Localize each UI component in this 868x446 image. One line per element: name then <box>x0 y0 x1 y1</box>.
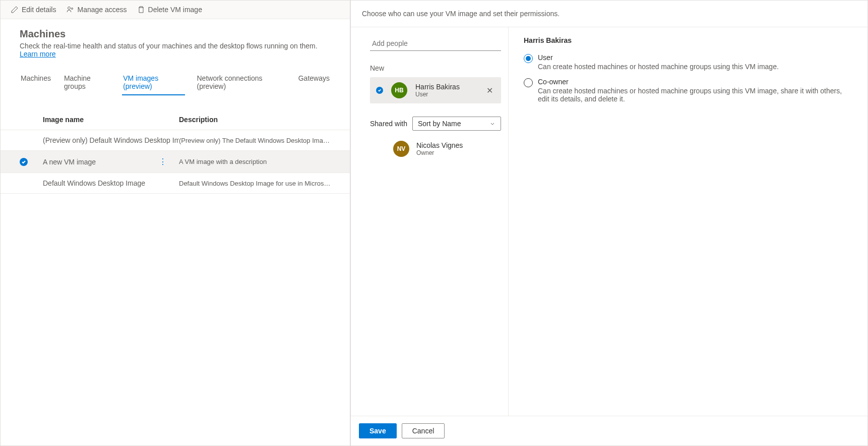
radio-description: Can create hosted machines or hosted mac… <box>538 63 779 71</box>
radio-label: Co-owner <box>538 78 852 86</box>
image-desc-cell: Default Windows Desktop Image for use in… <box>179 180 331 187</box>
sort-select[interactable]: Sort by Name <box>412 117 501 131</box>
delete-vm-label: Delete VM image <box>148 6 202 14</box>
remove-person-icon[interactable]: ✕ <box>484 84 495 97</box>
tab-machine-groups[interactable]: Machine groups <box>63 70 111 95</box>
cancel-button[interactable]: Cancel <box>402 423 445 438</box>
tab-network-connections[interactable]: Network connections (preview) <box>196 70 286 95</box>
delete-vm-button[interactable]: Delete VM image <box>137 6 202 14</box>
permission-option-user[interactable]: User Can create hosted machines or hoste… <box>524 53 852 71</box>
image-name-cell: A new VM image <box>43 158 96 166</box>
person-role: User <box>415 91 476 98</box>
person-role: Owner <box>416 149 501 156</box>
table-row[interactable]: (Preview only) Default Windows Desktop I… <box>1 130 350 151</box>
shared-with-label: Shared with <box>370 120 407 128</box>
radio-coowner[interactable] <box>524 78 533 87</box>
table-row[interactable]: A new VM image ⋮ A VM image with a descr… <box>1 151 350 173</box>
column-description[interactable]: Description <box>179 116 331 124</box>
chevron-down-icon <box>489 121 495 127</box>
manage-access-panel: Choose who can use your VM image and set… <box>350 0 868 446</box>
permissions-title: Harris Bakiras <box>524 36 852 44</box>
toolbar: Edit details Manage access Delete VM ima… <box>1 1 350 19</box>
image-desc-cell: (Preview only) The Default Windows Deskt… <box>179 137 331 144</box>
tab-machines[interactable]: Machines <box>20 70 52 95</box>
manage-access-button[interactable]: Manage access <box>66 6 127 14</box>
image-desc-cell: A VM image with a description <box>179 158 331 165</box>
people-icon <box>66 6 74 14</box>
edit-details-label: Edit details <box>22 6 56 14</box>
avatar: NV <box>393 141 409 157</box>
column-image-name[interactable]: Image name <box>43 116 179 124</box>
save-button[interactable]: Save <box>359 423 397 438</box>
image-name-cell: (Preview only) Default Windows Desktop I… <box>43 136 179 144</box>
person-selected-check-icon <box>376 87 383 94</box>
radio-user[interactable] <box>524 54 533 63</box>
sort-select-value: Sort by Name <box>418 120 461 128</box>
tab-vm-images[interactable]: VM images (preview) <box>122 70 184 95</box>
row-more-icon[interactable]: ⋮ <box>159 157 167 166</box>
manage-access-label: Manage access <box>77 6 127 14</box>
table-header: Image name Description <box>1 95 350 130</box>
person-name: Harris Bakiras <box>415 83 476 91</box>
panel-header: Choose who can use your VM image and set… <box>351 1 867 27</box>
avatar: HB <box>391 82 407 98</box>
table-row[interactable]: Default Windows Desktop Image Default Wi… <box>1 173 350 194</box>
page-subtitle: Check the real-time health and status of… <box>20 42 331 58</box>
person-name: Nicolas Vignes <box>416 141 501 149</box>
person-row-new[interactable]: HB Harris Bakiras User ✕ <box>370 77 501 103</box>
row-selected-check-icon[interactable] <box>20 158 28 166</box>
page-title: Machines <box>20 28 331 40</box>
new-section-label: New <box>370 64 501 72</box>
permission-option-coowner[interactable]: Co-owner Can create hosted machines or h… <box>524 78 852 103</box>
trash-icon <box>137 6 145 14</box>
image-name-cell: Default Windows Desktop Image <box>43 179 145 187</box>
edit-details-button[interactable]: Edit details <box>11 6 56 14</box>
svg-point-0 <box>68 7 71 10</box>
add-people-input[interactable] <box>370 36 501 51</box>
learn-more-link[interactable]: Learn more <box>20 50 56 58</box>
radio-label: User <box>538 53 779 62</box>
pencil-icon <box>11 6 19 14</box>
person-row-shared[interactable]: NV Nicolas Vignes Owner <box>370 136 501 162</box>
radio-description: Can create hosted machines or hosted mac… <box>538 87 852 103</box>
svg-point-1 <box>72 8 73 10</box>
tabs: Machines Machine groups VM images (previ… <box>1 63 350 95</box>
tab-gateways[interactable]: Gateways <box>297 70 331 95</box>
